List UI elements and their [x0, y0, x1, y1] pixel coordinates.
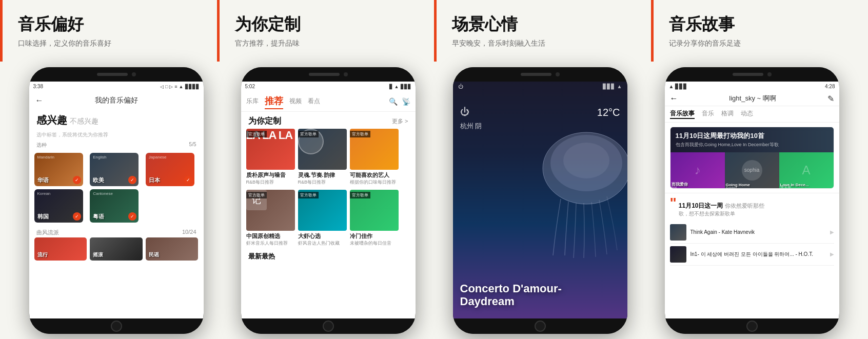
phone4-camera — [767, 72, 772, 76]
phone1-tags-hint: 选中标签，系统将优先为你推荐 — [29, 129, 204, 141]
tab-recommend[interactable]: 推荐 — [265, 94, 283, 109]
song-play-1[interactable]: ▶ — [830, 229, 834, 235]
phone3-song-name2: Daydream — [460, 295, 620, 308]
story-sub: 包含而我爱你,Going Home,Love In December等歌 — [676, 142, 828, 148]
section3-title: 场景心情 — [452, 13, 636, 36]
genre-item-japanese[interactable]: 日本 Japanese ✓ — [146, 153, 194, 186]
phone2-bottom-label: 最新最热 — [241, 249, 416, 264]
song-item-1[interactable]: Think Again - Kate Havnevik ▶ — [670, 222, 834, 244]
power-icon: ⏻ — [460, 107, 482, 117]
genre-check-korean: ✓ — [73, 212, 81, 221]
phone4: ▲▊▊▊ 4:28 ← light_sky ~ 啊啊 ✎ 音乐故事 音乐 格调 … — [665, 67, 839, 334]
card-shrimp-sub: 虾风音达人热门收藏 — [298, 240, 347, 247]
genre-item-western[interactable]: 欧美 English ✓ — [90, 153, 139, 186]
phone3-home-button[interactable] — [535, 321, 546, 332]
card-artist-img: 官方歌单 — [350, 129, 399, 170]
card-artist[interactable]: 官方歌单 可能喜欢的艺人 根据你的口味每日推荐 — [350, 129, 399, 186]
style-rock[interactable]: 摇滚 — [90, 237, 143, 261]
tab-story[interactable]: 音乐故事 — [670, 109, 695, 119]
tab-video[interactable]: 视频 — [289, 96, 302, 107]
card-soul-title: 灵魂.节奏.韵律 — [298, 171, 347, 179]
phone2-cards-row1: 官方歌单 LA LA LA 质朴原声与噪音 R&B每日推荐 官方歌单 灵魂.节奏… — [241, 129, 416, 190]
card-hidden-img: 官方歌单 — [350, 190, 399, 231]
tab-dynamic[interactable]: 动态 — [741, 109, 753, 119]
phone1-top-bar — [29, 67, 204, 82]
card-rb[interactable]: 官方歌单 LA LA LA 质朴原声与噪音 R&B每日推荐 — [246, 129, 295, 186]
phone4-status-bar: ▲▊▊▊ 4:28 — [665, 82, 839, 92]
song-info-1: Think Again - Kate Havnevik — [691, 229, 826, 235]
phone1-count-row: 选种 5/5 — [29, 141, 204, 150]
genre-item-korean[interactable]: 韩国 Korean ✓ — [34, 189, 83, 223]
phone4-edit-icon[interactable]: ✎ — [827, 94, 834, 104]
cast-icon[interactable]: 📡 — [402, 97, 410, 106]
phone4-nav-title: light_sky ~ 啊啊 — [729, 94, 776, 103]
phone4-back-button[interactable]: ← — [670, 94, 678, 103]
search-icon[interactable]: 🔍 — [389, 97, 398, 106]
phone1-nav: ← 我的音乐偏好 — [29, 92, 204, 109]
phone2-section-header: 为你定制 更多 > — [241, 112, 416, 129]
card-chinese[interactable]: 官方歌单 记 中国原创精选 虾米音乐人每日推荐 — [246, 190, 295, 247]
phone1-interest-title: 感兴趣 不感兴趣 — [29, 109, 204, 129]
song-thumb-2 — [670, 246, 686, 263]
card-rb-title: 质朴原声与噪音 — [246, 171, 295, 179]
phone1-status-icons: ◁□▷≡ ▲▊▊▊▊ — [160, 84, 200, 89]
phone1: 3:38 ◁□▷≡ ▲▊▊▊▊ ← 我的音乐偏好 感兴趣 不感兴趣 选中标签，系… — [29, 67, 204, 334]
quote-section: " 11月10日这一周 你依然爱听那些 歌，想不想去探索新歌单 — [665, 193, 839, 222]
phone2-tab-bar: 乐库 推荐 视频 看点 🔍 📡 — [241, 92, 416, 112]
phone4-bottom-bar — [665, 318, 839, 334]
card-rb-sub: R&B每日推荐 — [246, 179, 295, 186]
quote-mark: " — [670, 197, 677, 209]
tab-news[interactable]: 看点 — [308, 96, 320, 107]
phone2-home-button[interactable] — [323, 321, 334, 332]
phone1-time: 3:38 — [33, 84, 43, 89]
story-card-header: 11月10日这周最打动我的10首 包含而我爱你,Going Home,Love … — [670, 127, 834, 152]
tab-music[interactable]: 音乐 — [702, 109, 714, 119]
style-pop[interactable]: 流行 — [34, 237, 87, 261]
story-card[interactable]: 11月10日这周最打动我的10首 包含而我爱你,Going Home,Love … — [670, 127, 834, 189]
card-chinese-title: 中国原创精选 — [246, 232, 295, 240]
card-chinese-img: 官方歌单 记 — [246, 190, 295, 231]
genre-check-mandarin: ✓ — [73, 176, 81, 184]
song-title-2: In1- 이 세상에 버려진 모든 아이들을 위하여... - H.O.T. — [691, 251, 826, 258]
phone2-more-btn[interactable]: 更多 > — [392, 117, 408, 125]
nav-back-button[interactable]: ← — [35, 96, 44, 105]
card-shrimp-img: 官方歌单 — [298, 190, 347, 231]
phone1-genre-grid: 华语 Mandarin ✓ 欧美 English ✓ 日本 Japanese ✓ — [29, 150, 204, 226]
style-folk[interactable]: 民谣 — [146, 237, 199, 261]
genre-item-mandarin[interactable]: 华语 Mandarin ✓ — [34, 153, 83, 186]
song-play-2[interactable]: ▶ — [830, 251, 834, 257]
phone1-home-button[interactable] — [111, 321, 122, 332]
phone1-bottom-bar — [29, 318, 204, 334]
song-info-2: In1- 이 세상에 버려진 모든 아이들을 위하여... - H.O.T. — [691, 251, 826, 258]
phone4-home-button[interactable] — [746, 321, 758, 332]
quote-desc: 歌，想不想去探索新歌单 — [679, 210, 764, 217]
phone1-no-interest: 不感兴趣 — [70, 117, 98, 125]
tab-library[interactable]: 乐库 — [246, 96, 259, 107]
phone4-time: 4:28 — [825, 84, 835, 89]
phone3-city: 杭州 阴 — [460, 122, 482, 131]
card-soul[interactable]: 官方歌单 灵魂.节奏.韵律 R&B每日推荐 — [298, 129, 347, 186]
phone4-speaker — [733, 73, 763, 76]
section2-header: 为你定制 官方推荐，提升品味 — [217, 0, 434, 62]
section3-subtitle: 早安晚安，音乐时刻融入生活 — [452, 39, 636, 48]
genre-item-canto[interactable]: 粤语 Cantonese ✓ — [90, 189, 139, 223]
tab-style[interactable]: 格调 — [721, 109, 734, 119]
phone3-song-name1: Concerto D'amour- — [460, 282, 620, 295]
phone1-count-label: 选种 — [36, 142, 47, 149]
card-artist-title: 可能喜欢的艺人 — [350, 171, 399, 179]
section1-subtitle: 口味选择，定义你的音乐喜好 — [18, 39, 202, 48]
phone4-nav: ← light_sky ~ 啊啊 ✎ — [665, 92, 839, 106]
phone2-cards-row2: 官方歌单 记 中国原创精选 虾米音乐人每日推荐 官方歌单 大虾心选 虾风音达人热… — [241, 190, 416, 249]
card-shrimp[interactable]: 官方歌单 大虾心选 虾风音达人热门收藏 — [298, 190, 347, 247]
phone3-song-info: Concerto D'amour- Daydream — [460, 282, 620, 308]
genre-check-western: ✓ — [128, 176, 136, 184]
phone3-speaker — [521, 73, 551, 76]
story-album-2: sophia Going Home SophiZ — [725, 152, 779, 188]
phone2-bottom-bar — [241, 318, 416, 334]
card-hidden[interactable]: 官方歌单 冷门佳作 未被嘈杂的每日佳音 — [350, 190, 399, 247]
phone1-style-label: 曲风流派 — [36, 229, 59, 236]
phone2-top-bar — [241, 67, 416, 82]
section4-subtitle: 记录分享你的音乐足迹 — [669, 39, 853, 48]
phone3-status: ⏻ ▊▊▊▲ — [453, 82, 627, 91]
song-item-2[interactable]: In1- 이 세상에 버려진 모든 아이들을 위하여... - H.O.T. ▶ — [670, 244, 834, 266]
